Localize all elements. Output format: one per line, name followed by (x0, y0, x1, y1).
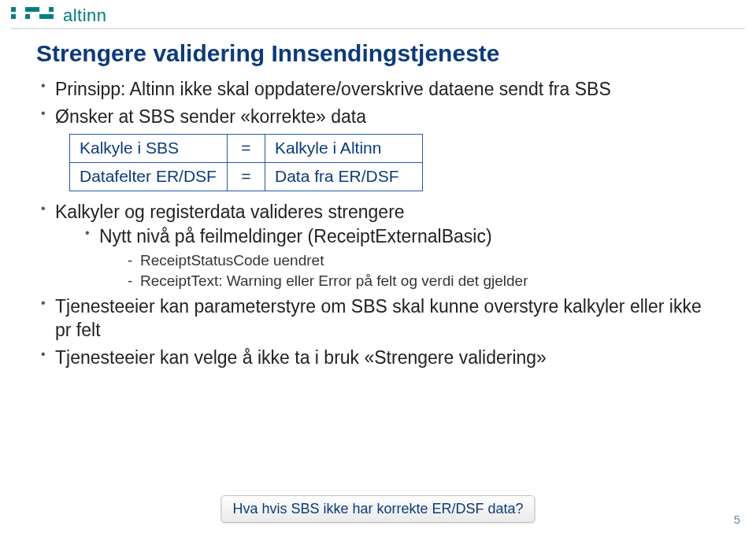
bullet-item: Tjenesteeier kan parameterstyre om SBS s… (41, 295, 720, 342)
bullet-list: Prinsipp: Altinn ikke skal oppdatere/ove… (36, 78, 720, 370)
slide-title: Strengere validering Innsendingstjeneste (36, 40, 720, 67)
header-bar: altinn (0, 0, 756, 27)
bullet-item: Prinsipp: Altinn ikke skal oppdatere/ove… (41, 78, 720, 101)
page-number: 5 (734, 513, 740, 526)
sub2-bullet-list: ReceiptStatusCode uendret ReceiptText: W… (99, 250, 720, 291)
bullet-text: Nytt nivå på feilmeldinger (ReceiptExter… (99, 226, 492, 246)
table-row: Kalkyle i SBS = Kalkyle i Altinn (70, 134, 423, 162)
table-row: Datafelter ER/DSF = Data fra ER/DSF (70, 162, 423, 191)
sub-bullet-list: Nytt nivå på feilmeldinger (ReceiptExter… (55, 225, 720, 291)
sub2-bullet-item: ReceiptText: Warning eller Error på felt… (128, 271, 720, 291)
altinn-logo-icon (11, 7, 58, 24)
table-cell: Kalkyle i SBS (70, 134, 228, 162)
bullet-text: Kalkyler og registerdata valideres stren… (55, 202, 405, 222)
equivalence-table: Kalkyle i SBS = Kalkyle i Altinn Datafel… (69, 134, 423, 191)
slide-content: Strengere validering Innsendingstjeneste… (0, 29, 756, 370)
sub2-bullet-item: ReceiptStatusCode uendret (128, 250, 720, 271)
sub-bullet-item: Nytt nivå på feilmeldinger (ReceiptExter… (85, 225, 720, 291)
table-cell: = (228, 134, 265, 162)
table-cell: Data fra ER/DSF (265, 162, 423, 191)
callout-box: Hva hvis SBS ikke har korrekte ER/DSF da… (220, 495, 535, 523)
logo-text: altinn (63, 6, 107, 26)
table-cell: Kalkyle i Altinn (265, 134, 423, 162)
bullet-item: Kalkyler og registerdata valideres stren… (41, 201, 720, 291)
slide-page: altinn Strengere validering Innsendingst… (0, 0, 756, 537)
table-cell: Datafelter ER/DSF (70, 162, 228, 191)
table-cell: = (228, 162, 265, 191)
bullet-item: Ønsker at SBS sender «korrekte» data Kal… (41, 106, 720, 195)
bullet-text: Ønsker at SBS sender «korrekte» data (55, 106, 366, 127)
bullet-item: Tjenesteeier kan velge å ikke ta i bruk … (41, 346, 720, 369)
